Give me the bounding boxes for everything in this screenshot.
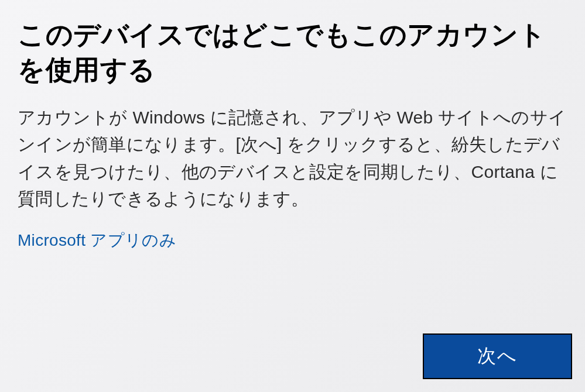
dialog-description: アカウントが Windows に記憶され、アプリや Web サイトへのサインイン… — [18, 104, 567, 213]
next-button[interactable]: 次へ — [423, 333, 572, 379]
dialog-heading: このデバイスではどこでもこのアカウントを使用する — [18, 18, 567, 88]
microsoft-apps-only-link[interactable]: Microsoft アプリのみ — [18, 229, 176, 252]
